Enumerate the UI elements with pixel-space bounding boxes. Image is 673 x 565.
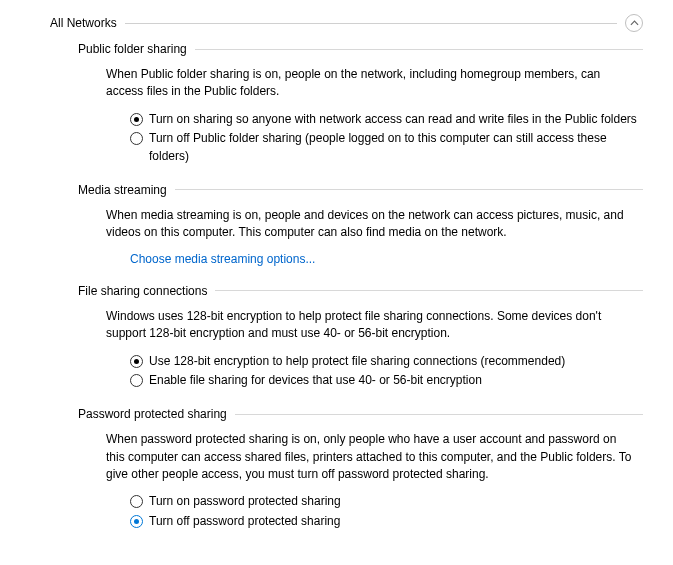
section-header: File sharing connections xyxy=(78,284,643,298)
radio-group-file-sharing: Use 128-bit encryption to help protect f… xyxy=(130,353,643,390)
group-header-all-networks[interactable]: All Networks xyxy=(50,14,643,32)
radio-password-on[interactable]: Turn on password protected sharing xyxy=(130,493,643,510)
section-header: Media streaming xyxy=(78,183,643,197)
radio-encryption-128[interactable]: Use 128-bit encryption to help protect f… xyxy=(130,353,643,370)
divider xyxy=(235,414,643,415)
chevron-up-icon xyxy=(630,20,639,26)
radio-label: Use 128-bit encryption to help protect f… xyxy=(149,353,565,370)
section-title: Public folder sharing xyxy=(78,42,187,56)
group-title: All Networks xyxy=(50,16,117,30)
radio-group-password: Turn on password protected sharing Turn … xyxy=(130,493,643,530)
divider xyxy=(175,189,643,190)
collapse-button[interactable] xyxy=(625,14,643,32)
section-header: Password protected sharing xyxy=(78,407,643,421)
section-title: Media streaming xyxy=(78,183,167,197)
section-media-streaming: Media streaming When media streaming is … xyxy=(78,183,643,266)
radio-encryption-40-56[interactable]: Enable file sharing for devices that use… xyxy=(130,372,643,389)
section-description: When media streaming is on, people and d… xyxy=(106,207,636,242)
radio-icon xyxy=(130,355,143,368)
radio-password-off[interactable]: Turn off password protected sharing xyxy=(130,513,643,530)
section-description: When Public folder sharing is on, people… xyxy=(106,66,636,101)
section-header: Public folder sharing xyxy=(78,42,643,56)
radio-label: Turn off password protected sharing xyxy=(149,513,340,530)
radio-icon xyxy=(130,113,143,126)
divider xyxy=(125,23,617,24)
section-file-sharing-connections: File sharing connections Windows uses 12… xyxy=(78,284,643,390)
divider xyxy=(195,49,643,50)
section-title: File sharing connections xyxy=(78,284,207,298)
radio-group-public-folder: Turn on sharing so anyone with network a… xyxy=(130,111,643,165)
section-description: Windows uses 128-bit encryption to help … xyxy=(106,308,636,343)
section-password-protected-sharing: Password protected sharing When password… xyxy=(78,407,643,530)
section-public-folder-sharing: Public folder sharing When Public folder… xyxy=(78,42,643,165)
divider xyxy=(215,290,643,291)
radio-icon xyxy=(130,132,143,145)
radio-label: Turn off Public folder sharing (people l… xyxy=(149,130,639,165)
radio-icon xyxy=(130,515,143,528)
radio-icon xyxy=(130,374,143,387)
radio-icon xyxy=(130,495,143,508)
radio-public-folder-on[interactable]: Turn on sharing so anyone with network a… xyxy=(130,111,643,128)
radio-label: Turn on sharing so anyone with network a… xyxy=(149,111,637,128)
radio-label: Turn on password protected sharing xyxy=(149,493,341,510)
radio-label: Enable file sharing for devices that use… xyxy=(149,372,482,389)
section-title: Password protected sharing xyxy=(78,407,227,421)
section-description: When password protected sharing is on, o… xyxy=(106,431,636,483)
radio-public-folder-off[interactable]: Turn off Public folder sharing (people l… xyxy=(130,130,643,165)
link-media-streaming-options[interactable]: Choose media streaming options... xyxy=(130,252,643,266)
